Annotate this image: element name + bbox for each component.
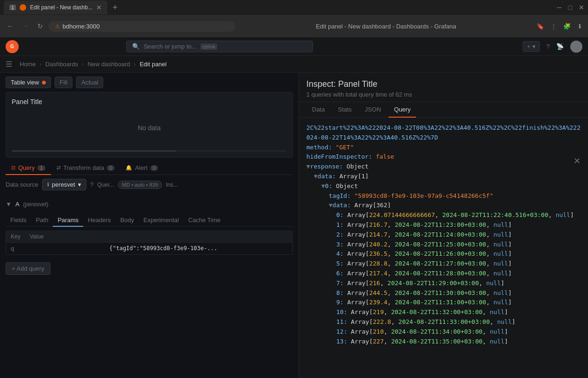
chevron-down-icon: ▾ <box>78 181 81 188</box>
query-info-badge: MD • auto • 839 <box>118 181 162 189</box>
help-icon[interactable]: ? <box>546 43 550 50</box>
query-ds-name: (peresvet) <box>23 201 49 208</box>
tab-number: 1 <box>9 5 16 10</box>
download-icon[interactable]: ⬇ <box>577 23 582 30</box>
table-view-button[interactable]: Table view <box>6 77 51 88</box>
actual-button[interactable]: Actual <box>76 77 103 88</box>
security-warning-icon: ⚠ <box>55 23 60 29</box>
kv-val-0: {"tagId":"58993cd8-f3e9-103e-... <box>105 243 292 254</box>
tab-params[interactable]: Params <box>53 214 83 227</box>
grafana-logo[interactable]: G <box>6 40 19 53</box>
query-tab-label: Query <box>18 164 35 171</box>
query-row-a: ▼ A (peresvet) <box>6 198 293 210</box>
datasource-help-icon[interactable]: ? <box>90 181 93 188</box>
kv-table-header: Key Value <box>6 231 292 243</box>
browser-tab-bar: 1 Edit panel - New dashb... ✕ + ─ □ ✕ <box>0 0 588 15</box>
notifications-icon[interactable]: 📡 <box>556 43 564 50</box>
tab-favicon <box>20 4 26 11</box>
query-expand-icon[interactable]: ▼ <box>6 201 12 208</box>
panel-toolbar: Table view Fill Actual <box>0 73 298 92</box>
breadcrumb-new-dashboard[interactable]: New dashboard <box>87 61 130 68</box>
query-ref-label: Quer... <box>97 182 114 188</box>
inspect-tab-query[interactable]: Query <box>389 102 416 118</box>
tab-transform[interactable]: ⇄ Transform data 0 <box>51 161 120 175</box>
code-line-arr-11: 11: Array[222.8, 2024-08-22T11:33:00+03:… <box>306 317 581 327</box>
code-line-arr-8: 8: Array[244.5, 2024-08-22T11:30:00+03:0… <box>306 288 581 298</box>
search-bar[interactable]: 🔍 Search or jump to... ctrl+k <box>126 41 313 52</box>
code-line-arr-1: 1: Array[216.7, 2024-08-22T11:23:00+03:0… <box>306 220 581 230</box>
more-menu-icon[interactable]: ⋮ <box>551 23 557 30</box>
query-name-label: A <box>15 201 20 208</box>
reload-button[interactable]: ↻ <box>35 22 45 30</box>
address-bar[interactable]: ⚠ bdhome:3000 <box>49 21 235 32</box>
tab-query[interactable]: ⊡ Query 1 <box>6 161 51 175</box>
page-title-display: Edit panel - New dashboard - Dashboards … <box>239 23 533 30</box>
code-line-arr-3: 3: Array[240.2, 2024-08-22T11:25:00+03:0… <box>306 240 581 250</box>
tab-fields[interactable]: Fields <box>6 214 31 227</box>
alert-tab-badge: 0 <box>150 165 158 171</box>
breadcrumb-sep-1: › <box>40 61 42 68</box>
search-placeholder: Search or jump to... <box>143 43 196 50</box>
extensions-icon[interactable]: 🧩 <box>563 23 571 30</box>
inspect-title: Inspect: Panel Title <box>306 79 581 89</box>
add-query-button[interactable]: + Add query <box>6 262 50 275</box>
inspect-close-button[interactable]: ✕ <box>574 156 581 166</box>
breadcrumb-sep-2: › <box>82 61 84 68</box>
code-line-arr-2: 2: Array[214.7, 2024-08-22T11:24:00+03:0… <box>306 230 581 240</box>
datasource-row: Data source ℹ peresvet ▾ ? Quer... MD • … <box>0 175 298 194</box>
url-text: bdhome:3000 <box>63 23 100 30</box>
tab-path[interactable]: Path <box>31 214 53 227</box>
breadcrumb-home[interactable]: Home <box>20 61 36 68</box>
main-layout: Table view Fill Actual Panel Title No da… <box>0 73 588 378</box>
query-tab-icon: ⊡ <box>11 165 15 171</box>
maximize-icon[interactable]: □ <box>568 4 572 11</box>
transform-tab-label: Transform data <box>64 164 105 171</box>
tab-headers[interactable]: Headers <box>83 214 115 227</box>
tab-cache-time[interactable]: Cache Time <box>184 214 225 227</box>
inspect-panel: Inspect: Panel Title 1 queries with tota… <box>298 73 588 378</box>
left-panel: Table view Fill Actual Panel Title No da… <box>0 73 298 378</box>
progress-bar <box>12 150 287 152</box>
inspect-content: 2C%22start%22%3A%222024-08-22T08%3A22%22… <box>299 118 588 378</box>
tab-close-button[interactable]: ✕ <box>96 4 102 11</box>
new-tab-button[interactable]: + <box>109 2 120 13</box>
keyboard-shortcut: ctrl+k <box>200 43 218 50</box>
inspect-tab-data[interactable]: Data <box>306 102 330 118</box>
datasource-select[interactable]: ℹ peresvet ▾ <box>42 179 86 190</box>
query-section: ⊡ Query 1 ⇄ Transform data 0 🔔 Alert 0 <box>0 158 298 175</box>
kv-row-0: q {"tagId":"58993cd8-f3e9-103e-... <box>6 243 292 254</box>
code-line-arr-12: 12: Array[210, 2024-08-22T11:34:00+03:00… <box>306 327 581 337</box>
transform-tab-badge: 0 <box>107 165 114 171</box>
progress-fill <box>12 150 177 152</box>
nav-controls: ← → ↻ <box>6 22 45 30</box>
code-line-arr-10: 10: Array[219, 2024-08-22T11:32:00+03:00… <box>306 308 581 317</box>
hamburger-menu[interactable]: ☰ <box>6 60 12 69</box>
fill-button[interactable]: Fill <box>55 77 73 88</box>
close-icon[interactable]: ✕ <box>579 4 584 11</box>
breadcrumb-dashboards[interactable]: Dashboards <box>45 61 78 68</box>
inspect-tab-json[interactable]: JSON <box>359 102 387 118</box>
back-button[interactable]: ← <box>6 22 15 30</box>
add-button[interactable]: + ▾ <box>523 41 540 52</box>
bookmark-icon[interactable]: 🔖 <box>537 23 544 30</box>
code-line-arr-4: 4: Array[236.5, 2024-08-22T11:26:00+03:0… <box>306 249 581 259</box>
forward-button: → <box>21 22 30 30</box>
window-controls: ─ □ ✕ <box>557 4 584 11</box>
code-line-data-362: ▼data: Array[362] <box>306 201 581 210</box>
inspect-tab-stats[interactable]: Stats <box>332 102 357 118</box>
datasource-label: Data source <box>6 181 38 188</box>
code-line-arr-6: 6: Array[217.4, 2024-08-22T11:28:00+03:0… <box>306 269 581 279</box>
active-tab[interactable]: 1 Edit panel - New dashb... ✕ <box>4 0 107 14</box>
tab-body[interactable]: Body <box>115 214 139 227</box>
browser-actions: 🔖 ⋮ 🧩 ⬇ <box>537 23 582 30</box>
tab-alert[interactable]: 🔔 Alert 0 <box>120 161 163 175</box>
datasource-icon: ℹ <box>47 182 49 188</box>
breadcrumb-sep-3: › <box>134 61 136 68</box>
breadcrumb-current: Edit panel <box>140 61 167 68</box>
minimize-icon[interactable]: ─ <box>557 4 562 11</box>
user-avatar[interactable] <box>570 41 582 53</box>
datasource-name: peresvet <box>52 181 75 188</box>
breadcrumb: ☰ Home › Dashboards › New dashboard › Ed… <box>0 56 588 73</box>
code-line-arr-9: 9: Array[239.4, 2024-08-22T11:31:00+03:0… <box>306 298 581 308</box>
tab-experimental[interactable]: Experimental <box>139 214 184 227</box>
